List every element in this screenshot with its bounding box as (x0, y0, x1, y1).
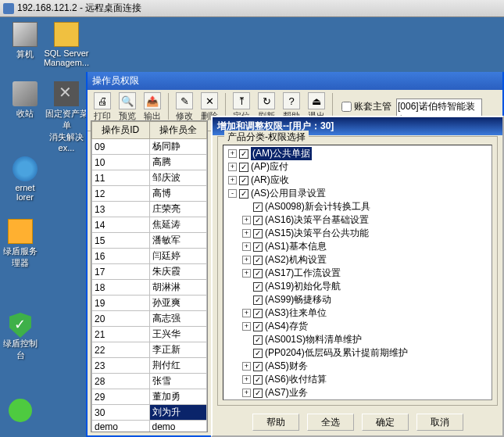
host-checkbox[interactable]: 账套主管 (341, 100, 391, 113)
checkbox[interactable]: ✓ (253, 296, 263, 305)
expand-icon[interactable]: + (228, 163, 237, 171)
checkbox[interactable]: ✓ (253, 349, 263, 358)
desktop-360[interactable] (2, 399, 39, 422)
checkbox[interactable]: ✓ (253, 269, 263, 278)
tree-item[interactable]: +✓(AS2)机构设置 (225, 253, 490, 267)
tree-item[interactable]: +✓(AS6)收付结算 (225, 373, 490, 386)
desktop-computer[interactable]: 算机 (2, 22, 48, 60)
tree-item[interactable]: +✓(AM)公共单据 (225, 147, 490, 160)
expand-icon[interactable]: + (242, 322, 251, 331)
desktop-net[interactable]: 绿盾服务 理器 (2, 219, 39, 269)
desktop-shield[interactable]: 绿盾控制 台 (2, 313, 39, 361)
table-row[interactable]: 11邹庆波 (92, 170, 207, 186)
checkbox[interactable]: ✓ (253, 335, 263, 345)
table-row[interactable]: 22李正新 (92, 342, 207, 358)
table-row[interactable]: 19孙亚爽 (92, 296, 207, 311)
table-row[interactable]: 17朱庆霞 (92, 264, 207, 280)
tree-item[interactable]: ✓(AS0098)新会计转换工具 (225, 200, 490, 213)
table-row[interactable]: 16闫廷婷 (92, 249, 207, 264)
checkbox[interactable]: ✓ (239, 149, 248, 159)
checkbox[interactable]: ✓ (253, 362, 263, 371)
operator-grid[interactable]: 操作员ID 操作员全 09杨同静10高腾11邹庆波12高博13庄荣亮14焦延涛1… (91, 120, 208, 432)
expand-icon[interactable]: + (242, 269, 251, 278)
checkbox[interactable]: ✓ (253, 229, 263, 238)
dlg-cancel-button[interactable]: 取消 (416, 414, 463, 431)
expand-icon[interactable]: + (242, 242, 251, 251)
table-row[interactable]: 10高腾 (92, 155, 207, 170)
print-button[interactable]: 🖨打印 (91, 92, 114, 122)
tree-item[interactable]: ✓(AS19)初始化导航 (225, 280, 490, 293)
checkbox[interactable]: ✓ (253, 216, 263, 225)
expand-icon[interactable]: + (228, 149, 237, 158)
expand-icon[interactable]: + (242, 256, 251, 264)
desktop-tools[interactable]: 固定资产菜单 消失解决 ex... (43, 81, 90, 152)
table-row[interactable]: 12高博 (92, 186, 207, 202)
host-checkbox-input[interactable] (341, 102, 352, 112)
checkbox[interactable]: ✓ (253, 256, 263, 265)
tree-label: (AS5)财务 (265, 360, 308, 373)
desktop-ie[interactable]: ernet lorer (2, 156, 48, 202)
tree-item[interactable]: +✓(AR)应收 (225, 174, 490, 187)
expand-icon[interactable]: + (242, 362, 251, 371)
tree-item[interactable]: +✓(AS7)业务 (225, 386, 490, 399)
tree-item[interactable]: +✓(AP)应付 (225, 160, 490, 174)
print-icon: 🖨 (94, 92, 111, 109)
tree-label: (AS1)基本信息 (265, 240, 327, 253)
tree-item[interactable]: -✓(AS)公用目录设置 (225, 187, 490, 200)
table-row[interactable]: 23荆付红 (92, 358, 207, 374)
checkbox[interactable]: ✓ (239, 189, 248, 199)
desktop-sql[interactable]: SQL Server Managem... (43, 22, 90, 67)
table-row[interactable]: 09杨同静 (92, 139, 207, 155)
expand-icon[interactable]: + (242, 216, 251, 224)
table-row[interactable]: 14焦延涛 (92, 217, 207, 233)
table-row[interactable]: 30刘为升 (92, 405, 207, 421)
table-row[interactable]: demodemo (92, 421, 207, 433)
checkbox[interactable]: ✓ (239, 163, 248, 172)
table-row[interactable]: 28张雪 (92, 374, 207, 389)
tools-icon (54, 81, 79, 106)
expand-icon[interactable]: - (228, 189, 237, 198)
checkbox[interactable]: ✓ (253, 375, 263, 385)
col-id[interactable]: 操作员ID (92, 122, 150, 139)
tree-item[interactable]: +✓(AS5)财务 (225, 360, 490, 373)
table-row[interactable]: 13庄荣亮 (92, 202, 207, 217)
checkbox[interactable]: ✓ (239, 176, 248, 185)
tree-item[interactable]: ✓(PP0204)低层码及累计提前期维护 (225, 346, 490, 360)
tree-item[interactable]: +✓(AS15)决策平台公共功能 (225, 227, 490, 240)
tree-item[interactable]: +✓(AS16)决策平台基础设置 (225, 213, 490, 227)
expand-icon[interactable]: + (242, 309, 251, 317)
table-row[interactable]: 20高志强 (92, 311, 207, 327)
expand-icon[interactable]: + (242, 389, 251, 397)
dlg-help-button[interactable]: 帮助 (252, 414, 299, 431)
permissions-tree[interactable]: +✓(AM)公共单据+✓(AP)应付+✓(AR)应收-✓(AS)公用目录设置✓(… (223, 145, 492, 400)
table-row[interactable]: 29董加勇 (92, 389, 207, 405)
checkbox[interactable]: ✓ (253, 309, 263, 318)
expand-icon[interactable]: + (242, 375, 251, 384)
tree-item[interactable]: +✓(AS17)工作流设置 (225, 267, 490, 280)
tree-item[interactable]: +✓(AS4)存货 (225, 320, 490, 333)
table-row[interactable]: 15潘敏军 (92, 233, 207, 249)
checkbox[interactable]: ✓ (253, 282, 263, 292)
checkbox[interactable]: ✓ (253, 322, 263, 331)
modify-button[interactable]: ✎修改 (173, 92, 196, 122)
tree-item[interactable]: ✓(AS99)畅捷移动 (225, 293, 490, 306)
checkbox[interactable]: ✓ (253, 202, 263, 212)
dlg-all-button[interactable]: 全选 (307, 414, 354, 431)
operator-title: 操作员权限 (88, 72, 502, 90)
output-button[interactable]: 📤输出 (141, 92, 164, 122)
table-row[interactable]: 21王兴华 (92, 327, 207, 342)
checkbox[interactable]: ✓ (253, 242, 263, 252)
table-row[interactable]: 18胡淋淋 (92, 280, 207, 296)
checkbox[interactable]: ✓ (253, 389, 263, 398)
dlg-ok-button[interactable]: 确定 (362, 414, 409, 431)
expand-icon[interactable]: + (228, 176, 237, 184)
col-name[interactable]: 操作员全 (149, 122, 207, 139)
desktop-recycle[interactable]: 收站 (2, 81, 48, 120)
expand-icon[interactable]: + (242, 229, 251, 238)
rdp-title: 192.168.121.2 - 远程桌面连接 (17, 2, 141, 15)
preview-button[interactable]: 🔍预览 (116, 92, 139, 122)
tree-item[interactable]: +✓(AS18)质量管理 (225, 399, 490, 400)
tree-item[interactable]: +✓(AS3)往来单位 (225, 306, 490, 320)
tree-item[interactable]: ✓(AS001S)物料清单维护 (225, 333, 490, 346)
tree-item[interactable]: +✓(AS1)基本信息 (225, 240, 490, 253)
